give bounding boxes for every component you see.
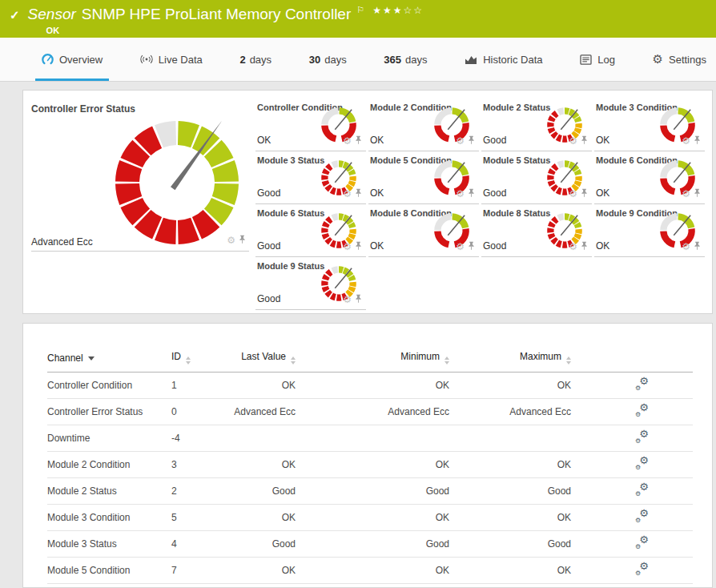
gauge-pin-icon[interactable] <box>581 134 588 148</box>
cell-channel: Module 3 Condition <box>47 505 171 531</box>
column-header-id[interactable]: ID <box>171 348 215 373</box>
channel-row-module-3-condition[interactable]: Module 3 Condition5OKOKOK⚙⚙ <box>47 505 693 531</box>
gauge-pin-icon[interactable] <box>694 134 701 148</box>
channel-settings-gears-icon[interactable]: ⚙⚙ <box>635 563 650 575</box>
gauge-settings-gear-icon[interactable]: ⚙ <box>569 136 577 146</box>
channel-tile-module-6-condition[interactable]: Module 6 ConditionOK⚙ <box>594 151 705 204</box>
tab-30-days[interactable]: 30days <box>301 38 355 81</box>
object-kind-label: Sensor <box>28 6 76 22</box>
gauge-settings-gear-icon[interactable]: ⚙ <box>456 136 465 146</box>
sort-desc-icon <box>88 356 95 360</box>
channel-row-downtime[interactable]: Downtime-4⚙⚙ <box>47 425 693 452</box>
gauge-pin-icon[interactable] <box>694 187 701 201</box>
channel-row-module-2-status[interactable]: Module 2 Status2GoodGoodGood⚙⚙ <box>47 478 693 505</box>
gauge-settings-gear-icon[interactable]: ⚙ <box>227 236 235 245</box>
gauge-settings-gear-icon[interactable]: ⚙ <box>343 136 352 146</box>
tab-historic-data[interactable]: Historic Data <box>457 38 550 81</box>
channel-tile-module-5-condition[interactable]: Module 5 ConditionOK⚙ <box>368 151 479 204</box>
channel-tile-module-6-status[interactable]: Module 6 StatusGood⚙ <box>255 204 366 257</box>
tab-prefix: 30 <box>309 54 320 66</box>
channel-settings-gears-icon[interactable]: ⚙⚙ <box>635 378 650 390</box>
gauge-settings-gear-icon[interactable]: ⚙ <box>343 189 352 199</box>
gauge-pin-icon[interactable] <box>468 134 475 148</box>
tab-prefix: 2 <box>239 54 245 66</box>
column-header-last-value[interactable]: Last Value <box>215 348 296 373</box>
tab-settings[interactable]: ⚙Settings <box>645 38 714 81</box>
gauge-settings-gear-icon[interactable]: ⚙ <box>682 189 690 199</box>
gauge-settings-gear-icon[interactable]: ⚙ <box>343 242 352 252</box>
cell-id: -4 <box>171 425 215 452</box>
star-filled-icon[interactable]: ★ <box>383 5 393 16</box>
gauge-pin-icon[interactable] <box>468 240 475 254</box>
channel-row-module-5-condition[interactable]: Module 5 Condition7OKOKOK⚙⚙ <box>47 558 693 584</box>
gauge-icon <box>42 54 54 66</box>
channel-row-module-2-condition[interactable]: Module 2 Condition3OKOKOK⚙⚙ <box>47 452 693 478</box>
channel-tile-module-8-condition[interactable]: Module 8 ConditionOK⚙ <box>368 204 479 257</box>
gauge-pin-icon[interactable] <box>355 187 362 201</box>
channel-tile-module-8-status[interactable]: Module 8 StatusGood⚙ <box>481 204 592 257</box>
channel-settings-gears-icon[interactable]: ⚙⚙ <box>635 484 650 496</box>
gauge-settings-gear-icon[interactable]: ⚙ <box>682 242 690 252</box>
column-header-minimum[interactable]: Minimum <box>296 348 449 373</box>
channel-settings-gears-icon[interactable]: ⚙⚙ <box>635 537 650 549</box>
gauge-pin-icon[interactable] <box>581 240 588 254</box>
star-empty-icon[interactable]: ☆ <box>413 5 424 16</box>
channel-tile-module-9-status[interactable]: Module 9 StatusGood⚙ <box>255 257 366 310</box>
gauge-settings-gear-icon[interactable]: ⚙ <box>569 242 577 252</box>
channel-tile-module-3-condition[interactable]: Module 3 ConditionOK⚙ <box>594 99 705 151</box>
channel-row-controller-condition[interactable]: Controller Condition1OKOKOK⚙⚙ <box>47 373 693 399</box>
column-label: Minimum <box>400 351 440 362</box>
gauge-pin-icon[interactable] <box>468 187 475 201</box>
gauge-pin-icon[interactable] <box>694 240 701 254</box>
tab-log[interactable]: Log <box>572 38 623 81</box>
channel-tile-module-2-status[interactable]: Module 2 StatusGood⚙ <box>481 99 592 151</box>
gauge-pin-icon[interactable] <box>355 134 362 148</box>
primary-channel-tile[interactable]: Controller Error Status Advanced Ecc ⚙ <box>31 99 249 252</box>
gauge-pin-icon[interactable] <box>581 187 588 201</box>
column-header-channel[interactable]: Channel <box>47 348 171 373</box>
gauge-settings-gear-icon[interactable]: ⚙ <box>456 189 465 199</box>
star-filled-icon[interactable]: ★ <box>393 5 404 16</box>
channel-settings-gears-icon[interactable]: ⚙⚙ <box>635 510 650 522</box>
gauge-settings-gear-icon[interactable]: ⚙ <box>682 136 690 146</box>
sort-toggle-icon <box>291 356 296 364</box>
cell-channel-settings: ⚙⚙ <box>571 531 693 558</box>
column-header-maximum[interactable]: Maximum <box>449 348 571 373</box>
historic-data-icon <box>465 54 477 65</box>
channel-settings-gears-icon[interactable]: ⚙⚙ <box>635 405 650 417</box>
priority-stars[interactable]: ★★★☆☆ <box>372 6 424 15</box>
channel-row-module-5-status[interactable]: Module 5 Status6GoodGoodGood⚙⚙ <box>47 584 693 588</box>
cell-channel-settings: ⚙⚙ <box>571 584 693 588</box>
tab-365-days[interactable]: 365days <box>376 38 435 81</box>
gauge-pin-icon[interactable] <box>239 233 246 248</box>
channel-tile-module-3-status[interactable]: Module 3 StatusGood⚙ <box>255 151 366 204</box>
tab-2-days[interactable]: 2days <box>231 38 280 81</box>
channel-settings-gears-icon[interactable]: ⚙⚙ <box>635 431 650 443</box>
star-filled-icon[interactable]: ★ <box>372 5 383 16</box>
log-icon <box>580 54 592 65</box>
tab-label: Log <box>597 54 615 66</box>
channel-tile-module-9-condition[interactable]: Module 9 ConditionOK⚙ <box>594 204 705 257</box>
flag-icon[interactable]: ⚐ <box>356 6 364 14</box>
channel-row-controller-error-status[interactable]: Controller Error Status0Advanced EccAdva… <box>47 399 693 425</box>
channel-tile-value: Good <box>257 240 280 252</box>
channel-tile-module-2-condition[interactable]: Module 2 ConditionOK⚙ <box>368 99 479 151</box>
channel-row-module-3-status[interactable]: Module 3 Status4GoodGoodGood⚙⚙ <box>47 531 693 558</box>
gauge-settings-gear-icon[interactable]: ⚙ <box>343 295 352 304</box>
page-content: Controller Error Status Advanced Ecc ⚙ C… <box>0 82 716 588</box>
tab-overview[interactable]: Overview <box>34 38 111 81</box>
star-empty-icon[interactable]: ☆ <box>403 5 413 16</box>
gauge-pin-icon[interactable] <box>355 240 362 254</box>
cell-last: OK <box>215 505 296 531</box>
tab-live-data[interactable]: Live Data <box>132 38 211 81</box>
channel-tile-module-5-status[interactable]: Module 5 StatusGood⚙ <box>481 151 592 204</box>
gauge-settings-gear-icon[interactable]: ⚙ <box>569 189 577 199</box>
channel-tile-value: Good <box>483 135 506 146</box>
gauge-pin-icon[interactable] <box>355 292 362 307</box>
channel-tile-controller-condition[interactable]: Controller ConditionOK⚙ <box>255 99 366 151</box>
cell-max: OK <box>449 373 571 399</box>
channel-settings-gears-icon[interactable]: ⚙⚙ <box>635 457 650 469</box>
gauge-settings-gear-icon[interactable]: ⚙ <box>456 242 465 252</box>
cell-max <box>449 425 571 452</box>
cell-id: 2 <box>171 478 215 505</box>
